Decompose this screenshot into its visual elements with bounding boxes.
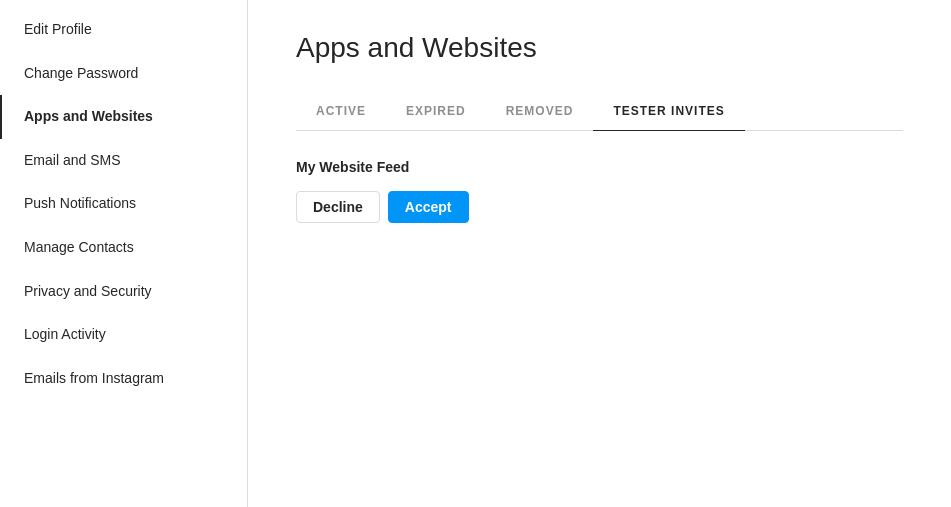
tab-expired[interactable]: EXPIRED	[386, 92, 486, 130]
sidebar-item-apps-and-websites[interactable]: Apps and Websites	[0, 95, 247, 139]
section-title: My Website Feed	[296, 159, 903, 175]
decline-button[interactable]: Decline	[296, 191, 380, 223]
sidebar: Edit ProfileChange PasswordApps and Webs…	[0, 0, 248, 507]
sidebar-item-edit-profile[interactable]: Edit Profile	[0, 8, 247, 52]
sidebar-item-emails-from-instagram[interactable]: Emails from Instagram	[0, 357, 247, 401]
tab-removed[interactable]: REMOVED	[486, 92, 594, 130]
sidebar-item-push-notifications[interactable]: Push Notifications	[0, 182, 247, 226]
sidebar-item-manage-contacts[interactable]: Manage Contacts	[0, 226, 247, 270]
sidebar-item-email-and-sms[interactable]: Email and SMS	[0, 139, 247, 183]
action-buttons: Decline Accept	[296, 191, 903, 223]
sidebar-item-change-password[interactable]: Change Password	[0, 52, 247, 96]
main-content: Apps and Websites ACTIVEEXPIREDREMOVEDTE…	[248, 0, 951, 507]
accept-button[interactable]: Accept	[388, 191, 469, 223]
tabs-container: ACTIVEEXPIREDREMOVEDTESTER INVITES	[296, 92, 903, 131]
sidebar-item-login-activity[interactable]: Login Activity	[0, 313, 247, 357]
sidebar-item-privacy-and-security[interactable]: Privacy and Security	[0, 270, 247, 314]
tab-tester-invites[interactable]: TESTER INVITES	[593, 92, 744, 130]
tab-active[interactable]: ACTIVE	[296, 92, 386, 130]
page-title: Apps and Websites	[296, 32, 903, 64]
